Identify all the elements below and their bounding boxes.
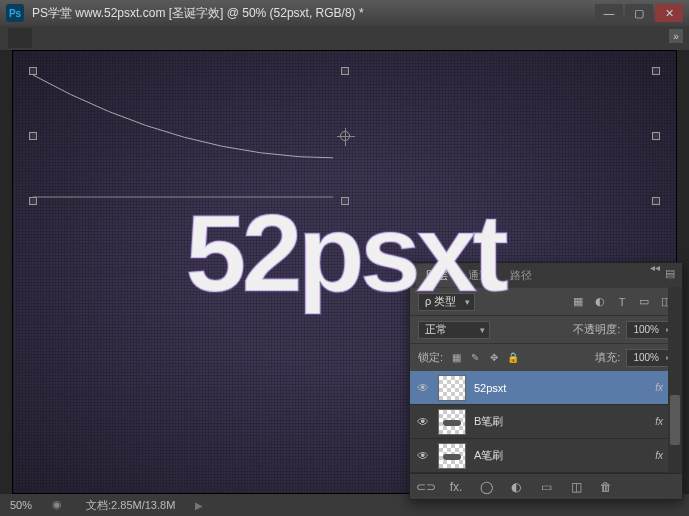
fill-input[interactable]: 100% xyxy=(626,349,674,367)
link-layers-icon[interactable]: ⊂⊃ xyxy=(418,479,434,495)
transform-bounding-box[interactable] xyxy=(33,71,656,201)
layer-name[interactable]: A笔刷 xyxy=(474,448,647,463)
titlebar[interactable]: Ps PS学堂 www.52psxt.com [圣诞字效] @ 50% (52p… xyxy=(0,0,689,26)
transform-handle-top-right[interactable] xyxy=(652,67,660,75)
warp-curve-path xyxy=(33,71,333,201)
transform-handle-top-mid[interactable] xyxy=(341,67,349,75)
tab-paths[interactable]: 路径 xyxy=(500,264,542,287)
panel-menu-icon[interactable]: ▤ xyxy=(662,266,678,280)
visibility-toggle-icon[interactable]: 👁 xyxy=(416,449,430,463)
visibility-toggle-icon[interactable]: 👁 xyxy=(416,381,430,395)
panel-collapse-button[interactable]: ◂◂ xyxy=(650,262,660,273)
minimize-button[interactable]: — xyxy=(595,4,623,22)
lock-label: 锁定: xyxy=(418,350,443,365)
layer-thumbnail[interactable] xyxy=(438,443,466,469)
lock-all-icon[interactable]: 🔒 xyxy=(506,351,520,365)
status-preview-icon[interactable]: ◉ xyxy=(52,498,66,512)
filter-adjustment-icon[interactable]: ◐ xyxy=(592,294,608,310)
close-button[interactable]: ✕ xyxy=(655,4,683,22)
fill-label: 填充: xyxy=(595,350,620,365)
new-group-icon[interactable]: ▭ xyxy=(538,479,554,495)
filter-text-icon[interactable]: T xyxy=(614,294,630,310)
layer-effects-badge[interactable]: fx xyxy=(655,450,663,461)
panel-scrollbar-thumb[interactable] xyxy=(670,395,680,445)
tab-expand-button[interactable]: » xyxy=(669,29,683,43)
layer-name[interactable]: B笔刷 xyxy=(474,414,647,429)
transform-handle-bottom-right[interactable] xyxy=(652,197,660,205)
layer-name[interactable]: 52psxt xyxy=(474,382,647,394)
lock-position-icon[interactable]: ✥ xyxy=(487,351,501,365)
transform-handle-top-left[interactable] xyxy=(29,67,37,75)
transform-handle-bottom-mid[interactable] xyxy=(341,197,349,205)
panel-scrollbar-track[interactable] xyxy=(668,287,682,473)
delete-layer-icon[interactable]: 🗑 xyxy=(598,479,614,495)
layer-row[interactable]: 👁 52psxt fx ▾ xyxy=(410,371,682,405)
add-adjustment-icon[interactable]: ◐ xyxy=(508,479,524,495)
layer-thumbnail[interactable] xyxy=(438,409,466,435)
canvas-text-layer[interactable]: 52psxt xyxy=(185,189,504,316)
opacity-input[interactable]: 100% xyxy=(626,321,674,339)
maximize-button[interactable]: ▢ xyxy=(625,4,653,22)
app-icon: Ps xyxy=(6,4,24,22)
transform-handle-bottom-left[interactable] xyxy=(29,197,37,205)
document-tab[interactable] xyxy=(8,28,32,48)
visibility-toggle-icon[interactable]: 👁 xyxy=(416,415,430,429)
transform-handle-mid-left[interactable] xyxy=(29,132,37,140)
zoom-level[interactable]: 50% xyxy=(10,499,32,511)
app-window: Ps PS学堂 www.52psxt.com [圣诞字效] @ 50% (52p… xyxy=(0,0,689,516)
blend-mode-dropdown[interactable]: 正常 xyxy=(418,321,490,339)
new-layer-icon[interactable]: ◫ xyxy=(568,479,584,495)
layer-row[interactable]: 👁 B笔刷 fx ▾ xyxy=(410,405,682,439)
layer-effects-badge[interactable]: fx xyxy=(655,382,663,393)
layer-row[interactable]: 👁 A笔刷 fx ▾ xyxy=(410,439,682,473)
filter-pixel-icon[interactable]: ▦ xyxy=(570,294,586,310)
blend-opacity-row: 正常 不透明度: 100% xyxy=(410,315,682,343)
document-tab-bar: » xyxy=(0,26,689,50)
layers-panel-footer: ⊂⊃ fx. ◯ ◐ ▭ ◫ 🗑 xyxy=(410,473,682,499)
layer-thumbnail[interactable] xyxy=(438,375,466,401)
transform-handle-mid-right[interactable] xyxy=(652,132,660,140)
opacity-label: 不透明度: xyxy=(573,322,620,337)
document-title: PS学堂 www.52psxt.com [圣诞字效] @ 50% (52psxt… xyxy=(32,5,595,22)
add-layer-style-icon[interactable]: fx. xyxy=(448,479,464,495)
lock-transparency-icon[interactable]: ▦ xyxy=(449,351,463,365)
lock-fill-row: 锁定: ▦ ✎ ✥ 🔒 填充: 100% xyxy=(410,343,682,371)
status-menu-arrow-icon[interactable]: ▶ xyxy=(195,500,203,511)
document-size-info[interactable]: 文档:2.85M/13.8M xyxy=(86,498,175,513)
lock-pixels-icon[interactable]: ✎ xyxy=(468,351,482,365)
layer-effects-badge[interactable]: fx xyxy=(655,416,663,427)
layers-list: 👁 52psxt fx ▾ 👁 B笔刷 fx ▾ 👁 A笔刷 fx ▾ xyxy=(410,371,682,473)
add-mask-icon[interactable]: ◯ xyxy=(478,479,494,495)
transform-center-point[interactable] xyxy=(340,131,350,141)
filter-shape-icon[interactable]: ▭ xyxy=(636,294,652,310)
